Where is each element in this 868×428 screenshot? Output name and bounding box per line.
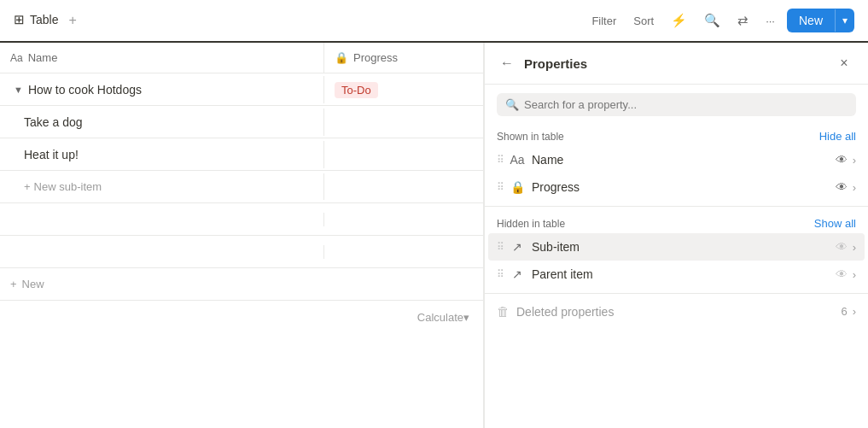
- sub-item-prop-label: Sub-item: [532, 240, 834, 254]
- calculate-label: Calculate: [417, 311, 463, 324]
- new-item-row[interactable]: + New: [0, 268, 483, 301]
- panel-header-left: ← Properties: [498, 54, 587, 73]
- lightning-button[interactable]: ⚡: [666, 9, 692, 32]
- name-prop-label: Name: [532, 153, 834, 167]
- expand-icon: ▼: [14, 85, 23, 95]
- search-icon: 🔍: [505, 98, 519, 111]
- close-button[interactable]: ×: [834, 53, 854, 73]
- add-view-button[interactable]: +: [65, 11, 79, 30]
- table-tab-label: Table: [30, 13, 58, 26]
- new-button-arrow[interactable]: ▾: [835, 9, 854, 32]
- hidden-section-title: Hidden in table: [497, 218, 565, 230]
- progress-col-icon: 🔒: [335, 51, 348, 64]
- drag-handle-icon: ⠿: [497, 241, 504, 253]
- parent-item-prop-label: Parent item: [532, 267, 834, 281]
- new-sub-item-cell: + New sub-item: [0, 173, 324, 200]
- search-button[interactable]: 🔍: [699, 9, 725, 32]
- table-row[interactable]: ▼ How to cook Hotdogs To-Do: [0, 73, 483, 106]
- sub-item-visibility-button[interactable]: 👁: [834, 238, 849, 255]
- shown-section-header: Shown in table Hide all: [485, 125, 868, 146]
- shuffle-button[interactable]: ⇄: [732, 9, 754, 32]
- property-row-name[interactable]: ⠿ Aa Name 👁 ›: [488, 146, 865, 173]
- table-row[interactable]: [0, 236, 483, 268]
- table-area: Aa Name 🔒 Progress ▼ How to cook Hotdogs…: [0, 43, 484, 428]
- row-progress-cell: [324, 213, 483, 226]
- back-button[interactable]: ←: [498, 54, 516, 73]
- sub-item-chevron-icon: ›: [853, 241, 856, 254]
- parent-item-prop-actions: 👁 ›: [834, 266, 856, 283]
- row-name-cell: [0, 245, 324, 259]
- row-name: How to cook Hotdogs: [28, 83, 142, 97]
- new-button-group: New ▾: [787, 9, 854, 32]
- trash-icon: 🗑: [497, 304, 510, 319]
- search-input[interactable]: [524, 98, 848, 111]
- filter-button[interactable]: Filter: [586, 11, 621, 31]
- drag-handle-icon: ⠿: [497, 154, 504, 166]
- sub-item-prop-icon: ↗: [510, 240, 525, 254]
- property-row-sub-item[interactable]: ⠿ ↗ Sub-item 👁 ›: [488, 233, 865, 261]
- name-chevron-icon: ›: [853, 154, 856, 167]
- hide-all-button[interactable]: Hide all: [819, 130, 856, 143]
- parent-item-prop-icon: ↗: [510, 267, 525, 281]
- more-icon: ···: [766, 15, 775, 27]
- drag-handle-icon: ⠿: [497, 181, 504, 193]
- row-name-cell: Take a dog: [0, 108, 324, 136]
- deleted-prop-label: Deleted properties: [516, 305, 841, 319]
- new-plus-icon: +: [10, 278, 17, 290]
- divider: [485, 206, 868, 207]
- property-row-progress[interactable]: ⠿ 🔒 Progress 👁 ›: [488, 173, 865, 201]
- column-name-header: Aa Name: [0, 43, 324, 73]
- main-layout: Aa Name 🔒 Progress ▼ How to cook Hotdogs…: [0, 43, 868, 428]
- table-row[interactable]: Heat it up!: [0, 138, 483, 171]
- table-row[interactable]: [0, 203, 483, 236]
- show-all-button[interactable]: Show all: [814, 217, 856, 230]
- parent-item-chevron-icon: ›: [853, 268, 856, 281]
- parent-item-visibility-button[interactable]: 👁: [834, 266, 849, 283]
- new-sub-item-row[interactable]: + New sub-item: [0, 171, 483, 203]
- progress-prop-actions: 👁 ›: [834, 179, 856, 196]
- top-bar: ⊞ Table + Filter Sort ⚡ 🔍 ⇄ ··· New ▾: [0, 0, 868, 43]
- name-col-label: Name: [28, 51, 58, 64]
- progress-col-label: Progress: [353, 51, 398, 64]
- progress-prop-icon: 🔒: [510, 180, 525, 194]
- panel-title: Properties: [524, 56, 587, 71]
- row-progress-cell: [324, 245, 483, 259]
- deleted-count: 6: [841, 305, 847, 318]
- deleted-chevron-icon: ›: [853, 305, 856, 318]
- plus-icon: +: [24, 180, 31, 193]
- name-visibility-button[interactable]: 👁: [834, 151, 849, 168]
- progress-prop-label: Progress: [532, 180, 834, 194]
- table-header: Aa Name 🔒 Progress: [0, 43, 483, 73]
- shuffle-icon: ⇄: [737, 13, 749, 28]
- property-row-parent-item[interactable]: ⠿ ↗ Parent item 👁 ›: [488, 261, 865, 288]
- lightning-icon: ⚡: [671, 13, 687, 28]
- more-button[interactable]: ···: [760, 11, 780, 31]
- search-icon: 🔍: [704, 13, 720, 28]
- calculate-row[interactable]: Calculate ▾: [0, 301, 483, 333]
- properties-panel: ← Properties × 🔍 Shown in table Hide all…: [484, 43, 868, 428]
- new-button-main[interactable]: New: [787, 9, 835, 32]
- deleted-properties-row[interactable]: 🗑 Deleted properties 6 ›: [488, 299, 865, 324]
- sort-button[interactable]: Sort: [628, 11, 659, 31]
- drag-handle-icon: ⠿: [497, 268, 504, 280]
- row-name: Take a dog: [24, 115, 83, 129]
- progress-visibility-button[interactable]: 👁: [834, 179, 849, 196]
- new-sub-item-button[interactable]: + New sub-item: [24, 180, 102, 193]
- row-progress-cell[interactable]: To-Do: [324, 76, 483, 103]
- hidden-section-header: Hidden in table Show all: [485, 212, 868, 233]
- row-progress-cell: [324, 115, 483, 129]
- table-body: ▼ How to cook Hotdogs To-Do Take a dog H…: [0, 73, 483, 428]
- divider: [485, 293, 868, 294]
- sub-item-prop-actions: 👁 ›: [834, 238, 856, 255]
- shown-section-title: Shown in table: [497, 131, 564, 143]
- table-row[interactable]: Take a dog: [0, 106, 483, 138]
- column-progress-header: 🔒 Progress: [324, 43, 483, 73]
- name-col-icon: Aa: [10, 52, 23, 64]
- table-tab[interactable]: ⊞ Table: [14, 12, 58, 29]
- sort-label: Sort: [633, 15, 654, 27]
- empty-cell: [324, 180, 483, 194]
- search-box[interactable]: 🔍: [497, 93, 856, 116]
- new-item-label: New: [22, 278, 44, 290]
- filter-label: Filter: [591, 15, 616, 27]
- table-icon: ⊞: [14, 12, 25, 27]
